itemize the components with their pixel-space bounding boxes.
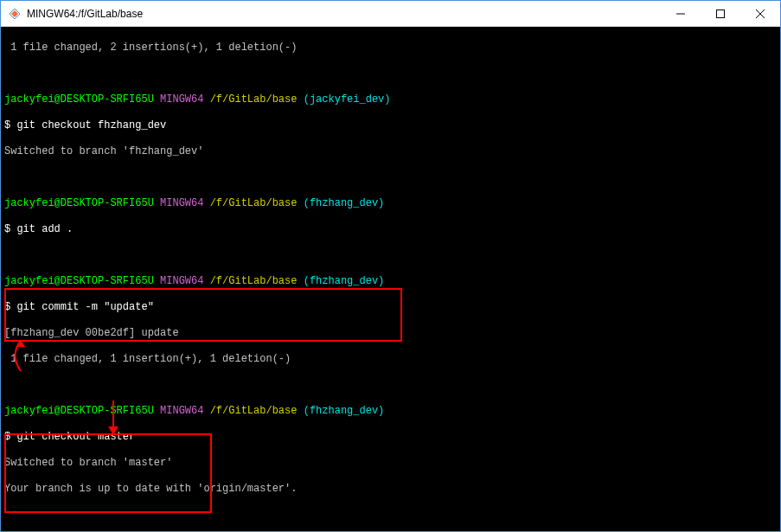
output-line: Switched to branch 'master' [4, 457, 777, 470]
output-line: [fhzhang_dev 00be2df] update [4, 327, 777, 340]
svg-rect-3 [717, 10, 725, 17]
blank-line [4, 171, 777, 184]
terminal-window: MINGW64:/f/GitLab/base 1 file changed, 2… [0, 0, 781, 532]
prompt-branch: (fhzhang_dev) [304, 197, 385, 209]
blank-line [4, 67, 777, 80]
prompt-branch: (fhzhang_dev) [304, 275, 385, 287]
window-title: MINGW64:/f/GitLab/base [27, 8, 661, 20]
prompt-branch: (jackyfei_dev) [304, 93, 391, 106]
prompt-user: jackyfei@DESKTOP-SRFI65U [4, 93, 154, 106]
prompt-env: MINGW64 [160, 93, 203, 106]
close-button[interactable] [740, 1, 780, 27]
prompt-user: jackyfei@DESKTOP-SRFI65U [4, 197, 154, 209]
output-line: 1 file changed, 2 insertions(+), 1 delet… [4, 42, 777, 54]
prompt-env: MINGW64 [160, 275, 203, 287]
prompt-user: jackyfei@DESKTOP-SRFI65U [4, 275, 154, 287]
blank-line [4, 509, 777, 522]
annotation-box-2 [4, 433, 212, 513]
blank-line [4, 379, 777, 392]
blank-line [4, 249, 777, 262]
output-line: 1 file changed, 1 insertion(+), 1 deleti… [4, 353, 777, 366]
prompt-branch: (fhzhang_dev) [304, 405, 385, 417]
terminal-body[interactable]: 1 file changed, 2 insertions(+), 1 delet… [1, 27, 780, 531]
prompt-path: /f/GitLab/base [210, 405, 298, 417]
prompt-line: jackyfei@DESKTOP-SRFI65U MINGW64 /f/GitL… [4, 93, 777, 106]
app-icon [8, 7, 22, 21]
command-line: $ git commit -m "update" [4, 301, 777, 314]
command-line: $ git checkout master [4, 431, 777, 444]
window-controls [661, 1, 780, 27]
prompt-line: jackyfei@DESKTOP-SRFI65U MINGW64 /f/GitL… [4, 197, 777, 210]
prompt-env: MINGW64 [160, 405, 203, 417]
output-line: Your branch is up to date with 'origin/m… [4, 483, 777, 496]
prompt-line: jackyfei@DESKTOP-SRFI65U MINGW64 /f/GitL… [4, 275, 777, 288]
output-line: Switched to branch 'fhzhang_dev' [4, 145, 777, 158]
prompt-env: MINGW64 [160, 197, 203, 209]
command-line: $ git checkout fhzhang_dev [4, 119, 777, 132]
minimize-button[interactable] [661, 1, 701, 27]
command-line: $ git add . [4, 223, 777, 236]
titlebar: MINGW64:/f/GitLab/base [1, 1, 780, 27]
maximize-button[interactable] [701, 1, 740, 27]
prompt-path: /f/GitLab/base [210, 93, 298, 106]
prompt-user: jackyfei@DESKTOP-SRFI65U [4, 405, 154, 417]
svg-marker-6 [16, 340, 25, 347]
prompt-path: /f/GitLab/base [210, 275, 298, 287]
prompt-path: /f/GitLab/base [210, 197, 298, 209]
prompt-line: jackyfei@DESKTOP-SRFI65U MINGW64 /f/GitL… [4, 405, 777, 418]
